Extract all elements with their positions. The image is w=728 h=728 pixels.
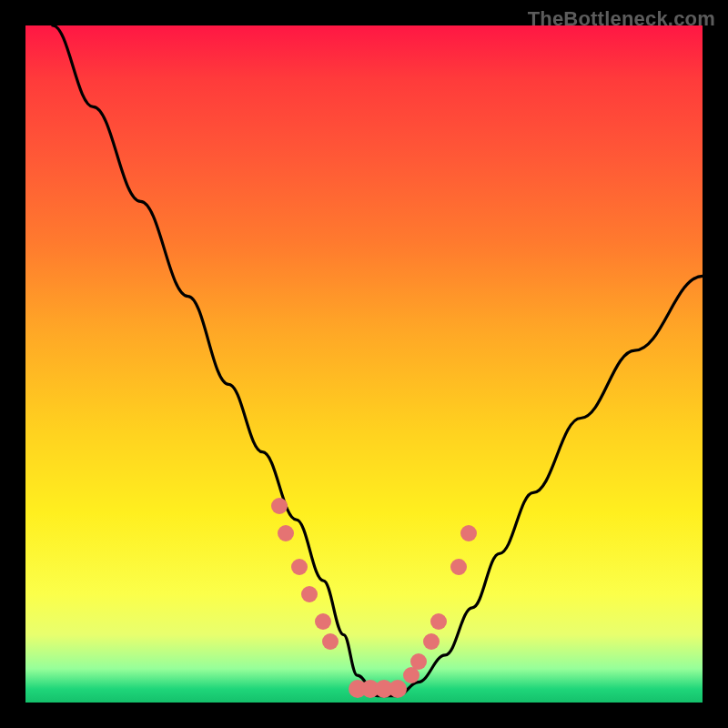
watermark-text: TheBottleneck.com — [528, 7, 715, 31]
marker-dot — [322, 633, 339, 650]
marker-dot — [410, 653, 427, 670]
marker-dot — [389, 680, 407, 698]
marker-dot — [430, 613, 447, 630]
marker-dot — [423, 633, 440, 650]
marker-dot — [291, 559, 308, 575]
marker-dot — [278, 525, 294, 541]
marker-dot — [450, 559, 467, 575]
marker-dot — [301, 586, 318, 602]
plot-area — [25, 25, 703, 703]
marker-dot — [315, 613, 331, 630]
marker-dot — [271, 498, 288, 514]
curve-line — [25, 25, 703, 703]
marker-dot — [460, 525, 477, 541]
